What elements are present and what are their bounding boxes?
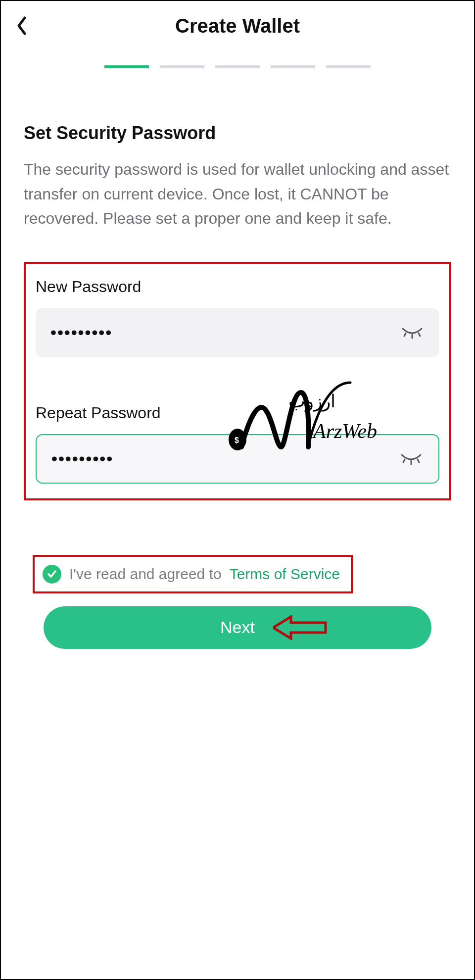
watermark-logo: $ ArzWeb ارزوب [222,378,390,452]
svg-line-5 [418,459,419,462]
terms-of-service-link[interactable]: Terms of Service [230,566,340,583]
section-heading: Set Security Password [24,123,451,144]
step-3 [215,65,260,68]
step-5 [326,65,371,68]
new-password-value: ••••••••• [50,323,400,342]
svg-line-0 [404,333,406,336]
progress-steps [1,65,474,68]
terms-annotation: I've read and agreed to Terms of Service [33,555,353,593]
next-button-label: Next [220,618,255,637]
watermark-persian-text: ارزوب [288,391,335,412]
eye-closed-icon[interactable] [399,452,424,466]
arrow-left-annotation-icon [273,615,328,640]
step-2 [160,65,204,68]
step-1 [104,65,149,68]
new-password-label: New Password [36,278,439,296]
terms-checkbox[interactable] [43,565,61,584]
new-password-input[interactable]: ••••••••• [36,308,439,357]
page-title: Create Wallet [16,15,459,37]
next-button[interactable]: Next [44,606,431,649]
password-fields-annotation: New Password ••••••••• Repeat Password •… [24,262,451,500]
header: Create Wallet [1,1,474,50]
step-4 [271,65,315,68]
svg-text:$: $ [235,436,239,444]
svg-line-3 [403,459,405,462]
repeat-password-value: ••••••••• [51,449,399,468]
watermark-latin-text: ArzWeb [312,420,377,442]
terms-text: I've read and agreed to [69,566,222,583]
eye-closed-icon[interactable] [400,326,425,340]
svg-line-2 [419,333,420,336]
section-description: The security password is used for wallet… [24,157,451,231]
